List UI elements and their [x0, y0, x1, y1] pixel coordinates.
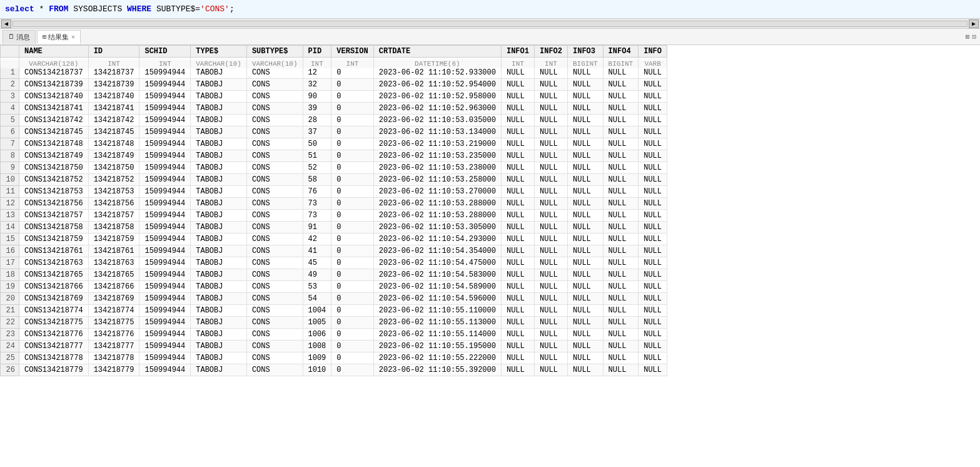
table-cell: 150994944: [139, 150, 191, 162]
table-cell: NULL: [534, 245, 567, 257]
table-cell: NULL: [639, 150, 667, 162]
table-row: 24CONS134218777134218777150994944TABOBJC…: [1, 341, 667, 352]
table-cell: NULL: [639, 245, 667, 257]
table-cell: 2023-06-02 11:10:54.293000: [373, 234, 501, 245]
scroll-right-arrow[interactable]: ▶: [969, 19, 979, 28]
table-cell: CONS134218750: [19, 162, 89, 174]
table-cell: NULL: [501, 317, 534, 329]
table-cell: 41: [303, 245, 331, 257]
table-row: 16CONS134218761134218761150994944TABOBJC…: [1, 245, 667, 257]
table-cell: NULL: [534, 364, 567, 376]
table-cell: TABOBJ: [191, 341, 247, 352]
table-cell: CONS134218776: [19, 329, 89, 341]
table-row: 19CONS134218766134218766150994944TABOBJC…: [1, 281, 667, 293]
table-cell: 0: [331, 222, 373, 234]
table-cell: NULL: [568, 364, 604, 376]
table-cell: 150994944: [139, 79, 191, 91]
table-cell: 0: [331, 364, 373, 376]
table-cell: NULL: [603, 162, 639, 174]
table-cell: NULL: [501, 269, 534, 281]
table-cell: NULL: [639, 162, 667, 174]
row-num-type: [1, 59, 19, 68]
row-number: 21: [1, 305, 19, 317]
table-cell: TABOBJ: [191, 174, 247, 186]
table-cell: CONS: [246, 341, 303, 352]
table-cell: 91: [303, 222, 331, 234]
col-header-pid: PID: [303, 46, 331, 58]
table-cell: NULL: [603, 293, 639, 305]
table-cell: NULL: [639, 222, 667, 234]
table-cell: 150994944: [139, 174, 191, 186]
table-cell: NULL: [501, 257, 534, 269]
table-cell: 37: [303, 126, 331, 138]
table-cell: TABOBJ: [191, 352, 247, 364]
table-cell: TABOBJ: [191, 79, 247, 91]
table-cell: 2023-06-02 11:10:54.583000: [373, 269, 501, 281]
tab-results[interactable]: ⊞ 结果集 ✕: [37, 30, 81, 44]
table-cell: NULL: [534, 79, 567, 91]
col-type-schid: INT: [139, 59, 191, 68]
tab-messages[interactable]: 🗒 消息: [3, 30, 36, 44]
scroll-track[interactable]: [13, 21, 967, 27]
table-cell: NULL: [603, 210, 639, 222]
table-cell: 2023-06-02 11:10:54.596000: [373, 293, 501, 305]
col-header-name: NAME: [19, 46, 89, 58]
table-cell: CONS: [246, 162, 303, 174]
table-cell: NULL: [534, 257, 567, 269]
table-cell: NULL: [603, 103, 639, 115]
table-cell: CONS: [246, 210, 303, 222]
table-cell: NULL: [639, 305, 667, 317]
table-cell: 39: [303, 103, 331, 115]
row-number: 24: [1, 341, 19, 352]
table-cell: 0: [331, 210, 373, 222]
table-cell: 150994944: [139, 293, 191, 305]
table-cell: CONS: [246, 91, 303, 103]
table-cell: 0: [331, 79, 373, 91]
table-cell: NULL: [534, 150, 567, 162]
table-row: 23CONS134218776134218776150994944TABOBJC…: [1, 329, 667, 341]
table-cell: NULL: [568, 210, 604, 222]
table-cell: 150994944: [139, 91, 191, 103]
table-cell: TABOBJ: [191, 210, 247, 222]
sql-condition-value: 'CONS': [200, 4, 230, 14]
table-cell: TABOBJ: [191, 257, 247, 269]
table-cell: CONS134218742: [19, 115, 89, 126]
tab-messages-label: 消息: [16, 33, 30, 42]
table-cell: NULL: [568, 126, 604, 138]
table-cell: NULL: [568, 150, 604, 162]
col-header-info: INFO: [639, 46, 667, 58]
table-row: 1CONS134218737134218737150994944TABOBJCO…: [1, 67, 667, 79]
row-number: 9: [1, 162, 19, 174]
table-cell: 49: [303, 269, 331, 281]
table-cell: NULL: [501, 150, 534, 162]
table-row: 4CONS134218741134218741150994944TABOBJCO…: [1, 103, 667, 115]
table-cell: 150994944: [139, 329, 191, 341]
table-cell: NULL: [501, 126, 534, 138]
tab-action-minimize[interactable]: ⊠: [966, 33, 970, 41]
table-cell: CONS134218737: [19, 67, 89, 79]
table-cell: NULL: [501, 234, 534, 245]
table-cell: TABOBJ: [191, 234, 247, 245]
sql-horizontal-scrollbar[interactable]: ◀ ▶: [0, 19, 980, 29]
table-cell: CONS: [246, 281, 303, 293]
table-cell: 1006: [303, 329, 331, 341]
table-cell: 134218774: [88, 305, 139, 317]
results-icon: ⊞: [43, 33, 46, 41]
table-cell: 76: [303, 186, 331, 198]
table-cell: 134218769: [88, 293, 139, 305]
table-cell: 134218763: [88, 257, 139, 269]
table-cell: NULL: [501, 245, 534, 257]
table-cell: 2023-06-02 11:10:53.035000: [373, 115, 501, 126]
table-cell: 134218775: [88, 317, 139, 329]
table-cell: NULL: [639, 257, 667, 269]
col-type-name: VARCHAR(128): [19, 59, 89, 68]
table-cell: TABOBJ: [191, 150, 247, 162]
tab-results-close[interactable]: ✕: [71, 33, 75, 41]
scroll-left-arrow[interactable]: ◀: [1, 19, 11, 28]
results-table-container[interactable]: NAME ID SCHID TYPE$ SUBTYPE$ PID VERSION…: [0, 45, 980, 467]
table-cell: TABOBJ: [191, 186, 247, 198]
tab-action-maximize[interactable]: ⊡: [972, 33, 976, 41]
table-cell: NULL: [501, 293, 534, 305]
table-cell: 134218748: [88, 138, 139, 150]
table-cell: NULL: [534, 210, 567, 222]
